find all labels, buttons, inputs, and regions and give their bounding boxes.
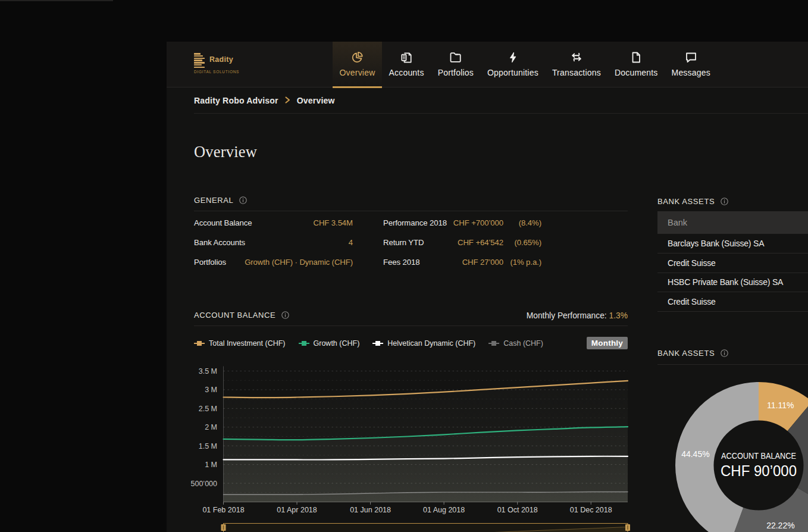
monthly-performance-value: 1.3%: [609, 311, 628, 320]
chat-bubble-icon: [685, 51, 697, 64]
x-axis-tick-label: 01 Jun 2018: [350, 506, 391, 514]
chart-legend: Total Investment (CHF)Growth (CHF)Helvet…: [194, 339, 628, 348]
y-axis-tick-label: 3.5 M: [199, 367, 217, 375]
breadcrumb-item-radity-robo-advisor[interactable]: Radity Robo Advisor: [194, 96, 278, 105]
pie-chart-icon: [351, 51, 364, 64]
x-axis-tick-label: 01 Aug 2018: [423, 506, 465, 514]
legend-item-growth-chf[interactable]: Growth (CHF): [299, 339, 360, 348]
nav-item-opportunities[interactable]: Opportunities: [481, 42, 546, 87]
bank-row[interactable]: Credit Suisse: [657, 292, 808, 312]
general-section: GENERAL Account BalanceCHF 3.54MPerforma…: [194, 196, 628, 272]
general-row: PortfoliosGrowth (CHF) · Dynamic (CHF)Fe…: [194, 252, 628, 272]
nav-item-portfolios[interactable]: Portfolios: [431, 42, 480, 87]
x-axis-tick-label: 01 Feb 2018: [202, 506, 244, 514]
info-icon[interactable]: [281, 311, 289, 319]
y-axis-tick-label: 1.5 M: [199, 442, 217, 450]
legend-label: Cash (CHF): [503, 339, 543, 348]
nav-item-label: Accounts: [389, 68, 424, 77]
nav-item-transactions[interactable]: Transactions: [545, 42, 607, 87]
general-value-note: (1% p.a.): [503, 258, 541, 267]
legend-marker-square: [197, 341, 202, 346]
legend-marker-square: [302, 341, 306, 346]
general-key-values: Account BalanceCHF 3.54MPerformance 2018…: [194, 212, 628, 272]
top-navigation-bar: Radity DIGITAL SOLUTIONS OverviewAccount…: [167, 42, 808, 87]
x-axis-tick-label: 01 Oct 2018: [497, 506, 538, 514]
page-title: Overview: [194, 143, 257, 161]
bank-row[interactable]: Barclays Bank (Suisse) SA: [657, 234, 808, 254]
breadcrumb-bar: Radity Robo Advisor Overview: [167, 88, 808, 114]
account-balance-section-title: ACCOUNT BALANCE: [194, 311, 275, 320]
bank-assets-list-title: BANK ASSETS: [657, 197, 715, 206]
legend-label: Total Investment (CHF): [209, 339, 286, 348]
monthly-performance-label: Monthly Performance:: [527, 311, 607, 320]
general-value-note: (8.4%): [503, 218, 541, 227]
donut-slice-label: 11.11%: [767, 400, 794, 410]
app-window: 3.5 M3 M2.5 M2 M1.5 M1 M500’00001 Feb 20…: [167, 42, 808, 532]
bank-assets-table: Bank Barclays Bank (Suisse) SACredit Sui…: [657, 211, 808, 312]
radity-logo[interactable]: Radity DIGITAL SOLUTIONS: [194, 52, 236, 80]
legend-marker: [194, 341, 205, 346]
main-menu: OverviewAccountsPortfoliosOpportunitiesT…: [333, 42, 717, 87]
bank-assets-list-panel: BANK ASSETS Bank Barclays Bank (Suisse) …: [657, 197, 808, 312]
section-divider: [194, 211, 628, 211]
general-value-note: (0.65%): [503, 238, 541, 247]
donut-center-label: ACCOUNT BALANCE: [721, 450, 796, 461]
radity-bars-logo-icon: [194, 53, 205, 68]
x-axis-tick-label: 01 Apr 2018: [277, 506, 317, 514]
y-axis-tick-label: 3 M: [205, 386, 217, 394]
y-axis-tick-label: 500’000: [191, 480, 218, 488]
general-row: Bank Accounts4Return YTDCHF +64’542(0.65…: [194, 232, 628, 252]
legend-label: Helvetican Dynamic (CHF): [387, 339, 475, 348]
bank-column-header[interactable]: Bank: [657, 211, 808, 234]
legend-marker-square: [375, 341, 380, 346]
breadcrumb: Radity Robo Advisor Overview: [194, 88, 335, 113]
breadcrumb-divider: [194, 113, 808, 114]
bank-assets-donut-chart[interactable]: 11.11%22.22%44.45%ACCOUNT BALANCECHF 90’…: [675, 382, 808, 532]
legend-item-cash-chf[interactable]: Cash (CHF): [488, 339, 543, 348]
general-value: CHF +64’542: [383, 238, 503, 247]
nav-item-messages[interactable]: Messages: [665, 42, 717, 87]
general-value: CHF 3.54M: [194, 218, 353, 227]
section-divider: [657, 364, 808, 365]
y-axis-tick-label: 2.5 M: [199, 405, 217, 413]
bank-row[interactable]: Credit Suisse: [657, 254, 808, 273]
bank-assets-chart-title: BANK ASSETS: [657, 349, 715, 358]
donut-slice-label: 22.22%: [766, 521, 794, 530]
legend-marker-square: [491, 341, 496, 346]
nav-item-label: Messages: [672, 68, 710, 77]
x-axis-tick-label: 01 Dec 2018: [570, 506, 612, 514]
section-divider: [194, 326, 628, 326]
legend-marker: [372, 341, 383, 346]
y-axis-tick-label: 1 M: [205, 461, 217, 469]
monthly-range-button[interactable]: Monthly: [587, 337, 628, 349]
nav-item-label: Portfolios: [438, 68, 474, 77]
nav-item-accounts[interactable]: Accounts: [382, 42, 431, 87]
bank-row[interactable]: HSBC Private Bank (Suisse) SA: [657, 273, 808, 293]
nav-item-overview[interactable]: Overview: [333, 42, 382, 87]
breadcrumb-item-overview: Overview: [297, 96, 335, 105]
logo-tagline: DIGITAL SOLUTIONS: [194, 70, 239, 74]
nav-item-label: Documents: [615, 68, 658, 77]
ledger-icon: [400, 51, 412, 64]
general-value: 4: [194, 238, 353, 247]
y-axis-tick-label: 2 M: [205, 423, 217, 431]
info-icon[interactable]: [721, 198, 728, 205]
general-value: Growth (CHF) · Dynamic (CHF): [194, 258, 353, 267]
nav-item-label: Opportunities: [487, 68, 538, 77]
legend-item-helvetican-dynamic-chf[interactable]: Helvetican Dynamic (CHF): [372, 339, 475, 348]
legend-marker: [488, 341, 499, 346]
legend-item-total-investment-chf[interactable]: Total Investment (CHF): [194, 339, 286, 348]
swap-arrows-icon: [570, 51, 583, 64]
document-icon: [631, 51, 641, 64]
nav-item-documents[interactable]: Documents: [607, 42, 665, 87]
nav-item-label: Overview: [340, 68, 375, 77]
info-icon[interactable]: [721, 349, 728, 357]
bank-assets-chart-panel: BANK ASSETS: [657, 349, 808, 365]
general-row: Account BalanceCHF 3.54MPerformance 2018…: [194, 212, 628, 232]
account-balance-section: ACCOUNT BALANCE Monthly Performance: 1.3…: [194, 311, 628, 326]
logo-name: Radity: [209, 55, 233, 64]
info-icon[interactable]: [239, 196, 247, 204]
legend-marker: [299, 341, 309, 346]
chevron-right-icon: [285, 95, 290, 106]
desktop-background: 3.5 M3 M2.5 M2 M1.5 M1 M500’00001 Feb 20…: [0, 0, 808, 532]
